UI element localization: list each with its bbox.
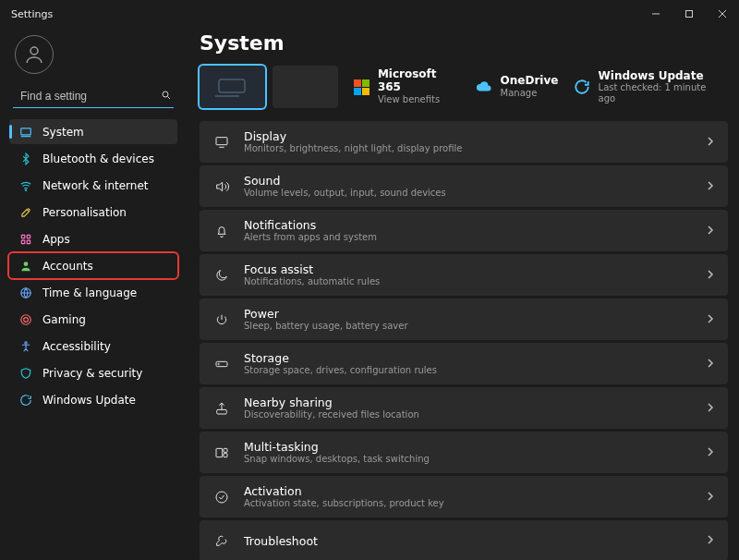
main-content: System Microsoft 365 View benefits OneDr…	[185, 28, 739, 560]
card-focus-assist[interactable]: Focus assistNotifications, automatic rul…	[200, 254, 728, 296]
svg-point-14	[24, 262, 29, 266]
wifi-icon	[18, 178, 33, 193]
sidebar-item-accounts[interactable]: Accounts	[9, 253, 177, 278]
hero-link-windows-update[interactable]: Windows Update Last checked: 1 minute ag…	[573, 70, 728, 104]
hero-link-sub: Manage	[501, 88, 559, 99]
sidebar-item-system[interactable]: System	[9, 119, 177, 144]
sidebar-item-privacy[interactable]: Privacy & security	[9, 360, 177, 385]
sidebar-item-network[interactable]: Network & internet	[9, 173, 177, 198]
search-field[interactable]	[13, 85, 174, 108]
bell-icon	[212, 222, 231, 240]
display-thumb[interactable]	[273, 66, 338, 108]
card-sub: Activation state, subscriptions, product…	[244, 498, 693, 509]
update-icon	[18, 393, 33, 408]
card-activation[interactable]: ActivationActivation state, subscription…	[200, 476, 728, 517]
multitask-icon	[212, 444, 231, 462]
card-sound[interactable]: SoundVolume levels, output, input, sound…	[200, 165, 728, 207]
accessibility-icon	[18, 339, 33, 354]
system-icon	[18, 125, 33, 140]
shield-icon	[18, 366, 33, 381]
card-notifications[interactable]: NotificationsAlerts from apps and system	[200, 210, 728, 251]
cloud-icon	[475, 78, 493, 96]
card-troubleshoot[interactable]: Troubleshoot	[200, 520, 728, 560]
hero-row: Microsoft 365 View benefits OneDrive Man…	[200, 66, 728, 108]
hero-link-sub: View benefits	[378, 94, 460, 105]
svg-line-6	[168, 96, 171, 99]
svg-point-9	[25, 189, 26, 190]
svg-point-16	[21, 314, 31, 324]
chevron-right-icon	[706, 225, 715, 237]
card-sub: Volume levels, output, input, sound devi…	[244, 188, 693, 199]
settings-list: DisplayMonitors, brightness, night light…	[200, 121, 728, 560]
apps-icon	[18, 232, 33, 247]
page-title: System	[200, 31, 728, 55]
card-sub: Storage space, drives, configuration rul…	[244, 365, 693, 376]
bluetooth-icon	[18, 152, 33, 166]
sidebar-item-time-language[interactable]: Time & language	[9, 280, 177, 305]
maximize-button[interactable]	[672, 0, 706, 28]
sidebar-item-personalisation[interactable]: Personalisation	[9, 200, 177, 225]
sidebar-item-label: Network & internet	[42, 179, 149, 192]
hero-link-sub: Last checked: 1 minute ago	[599, 82, 721, 103]
card-sub: Notifications, automatic rules	[244, 276, 693, 287]
display-icon	[212, 133, 231, 152]
card-storage[interactable]: StorageStorage space, drives, configurat…	[200, 343, 728, 384]
card-multitasking[interactable]: Multi-taskingSnap windows, desktops, tas…	[200, 432, 728, 473]
svg-point-5	[163, 91, 168, 97]
sidebar-item-label: Personalisation	[42, 206, 127, 219]
card-title: Notifications	[244, 218, 693, 232]
svg-rect-7	[21, 128, 31, 134]
chevron-right-icon	[706, 180, 715, 193]
person-icon	[18, 259, 33, 274]
card-sub: Sleep, battery usage, battery saver	[244, 321, 693, 332]
svg-rect-28	[224, 453, 227, 457]
search-input[interactable]	[18, 89, 161, 103]
sidebar-item-label: Apps	[42, 233, 70, 246]
svg-point-29	[216, 492, 227, 503]
card-title: Sound	[244, 174, 693, 188]
sidebar-item-label: Time & language	[42, 286, 137, 299]
share-icon	[212, 399, 231, 418]
svg-rect-26	[216, 448, 223, 457]
chevron-right-icon	[706, 358, 715, 371]
chevron-right-icon	[706, 269, 715, 282]
chevron-right-icon	[706, 402, 715, 415]
sidebar-item-accessibility[interactable]: Accessibility	[9, 334, 177, 359]
card-power[interactable]: PowerSleep, battery usage, battery saver	[200, 298, 728, 340]
card-title: Activation	[244, 484, 693, 498]
sidebar-item-label: Accessibility	[42, 340, 111, 353]
wrench-icon	[212, 531, 231, 550]
card-display[interactable]: DisplayMonitors, brightness, night light…	[200, 121, 728, 163]
sidebar-item-label: System	[42, 126, 84, 139]
paintbrush-icon	[18, 205, 33, 220]
globe-icon	[18, 286, 33, 300]
hero-link-microsoft365[interactable]: Microsoft 365 View benefits	[353, 68, 467, 104]
close-button[interactable]	[706, 0, 739, 28]
storage-icon	[212, 355, 231, 373]
svg-rect-12	[21, 240, 25, 244]
card-sub: Discoverability, received files location	[244, 409, 693, 420]
card-title: Storage	[244, 351, 693, 365]
card-title: Focus assist	[244, 262, 693, 276]
sidebar: System Bluetooth & devices Network & int…	[0, 28, 185, 560]
check-icon	[212, 488, 231, 506]
sidebar-item-label: Accounts	[42, 260, 93, 273]
svg-rect-21	[216, 137, 227, 144]
avatar[interactable]	[15, 35, 54, 74]
sidebar-item-windows-update[interactable]: Windows Update	[9, 387, 177, 412]
svg-rect-1	[686, 11, 693, 18]
power-icon	[212, 310, 231, 329]
svg-rect-11	[27, 235, 30, 238]
card-title: Multi-tasking	[244, 440, 693, 454]
display-thumb-active[interactable]	[200, 66, 265, 108]
sidebar-item-apps[interactable]: Apps	[9, 226, 177, 251]
search-icon	[161, 90, 172, 103]
hero-link-onedrive[interactable]: OneDrive Manage	[475, 75, 566, 98]
sidebar-item-bluetooth[interactable]: Bluetooth & devices	[9, 146, 177, 171]
sidebar-item-label: Bluetooth & devices	[42, 152, 154, 165]
sidebar-item-gaming[interactable]: Gaming	[9, 307, 177, 332]
card-sub: Monitors, brightness, night light, displ…	[244, 143, 693, 154]
card-nearby-sharing[interactable]: Nearby sharingDiscoverability, received …	[200, 387, 728, 429]
minimize-button[interactable]	[639, 0, 672, 28]
window-title: Settings	[11, 8, 53, 20]
